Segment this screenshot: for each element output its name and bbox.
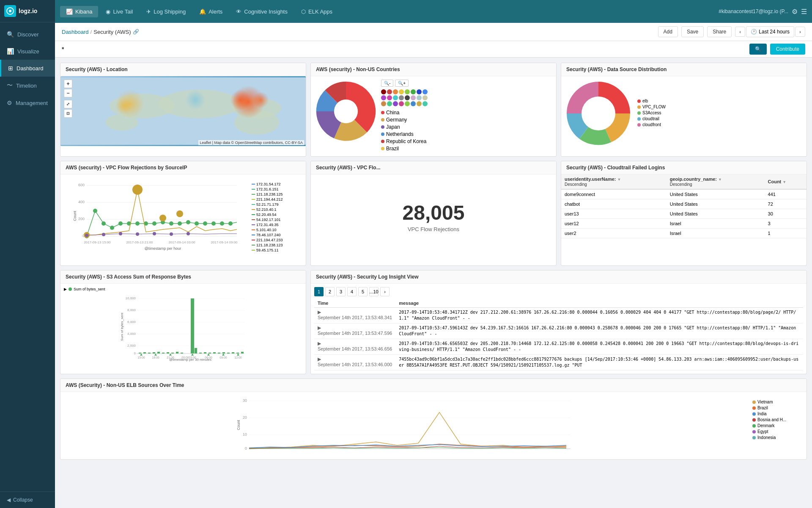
legend-label: Brazil [757,406,768,410]
color-swatch[interactable] [387,89,392,94]
expand-icon[interactable]: ▶ [64,287,67,291]
sort-icon[interactable]: ▼ [782,180,786,184]
search-button[interactable]: 🔍 [749,44,767,55]
color-swatch[interactable] [417,101,422,106]
page-btn-5[interactable]: 5 [358,287,368,296]
discover-icon: 🔍 [7,31,14,38]
color-swatch[interactable] [399,101,404,106]
panel-s3-body: ▶ Sum of bytes_sent 10,000 8,000 6,000 4… [60,284,306,364]
panel-nonus-elb-body: 30 20 10 0 Count [60,392,807,459]
expand-icon-2[interactable]: ▶ [318,341,321,346]
svg-rect-93 [241,352,244,353]
map-zoom-out[interactable]: − [64,89,72,97]
time-navigation: ‹ 🕐 Last 24 hours › [735,26,805,37]
color-swatch[interactable] [422,101,428,106]
page-btn-3[interactable]: 3 [336,287,346,296]
expand-icon-0[interactable]: ▶ [318,309,321,315]
nav-cognitive[interactable]: 👁 Cognitive Insights [230,6,294,17]
nav-logshipping[interactable]: ✈ Log Shipping [140,6,192,17]
map-layers[interactable]: ⊡ [64,109,72,118]
svg-marker-103 [154,353,157,356]
legend-dot [752,400,756,404]
col-time: Time [314,299,395,308]
menu-icon[interactable]: ☰ [801,8,807,16]
color-swatch[interactable] [393,89,398,94]
contribute-button[interactable]: Contribute [770,44,805,55]
page-btn-2[interactable]: 2 [325,287,335,296]
map-fit[interactable]: ⤢ [64,100,72,108]
page-btn-10[interactable]: ...10 [369,287,379,296]
add-button[interactable]: Add [658,26,678,37]
map-container: + − ⤢ ⊡ [60,76,306,146]
color-swatch[interactable] [405,101,410,106]
sidebar: logz.io 🔍 Discover 📊 Visualize ⊞ Dashboa… [0,0,55,508]
legend-item: 221.194.44.212 [252,197,302,202]
time-next-button[interactable]: › [795,27,805,37]
save-button[interactable]: Save [681,26,704,37]
pie-zoom-out[interactable]: 🔍- [381,80,393,87]
color-swatch[interactable] [393,95,398,100]
svg-point-30 [93,209,97,213]
color-swatch[interactable] [381,95,386,100]
color-swatch[interactable] [417,95,422,100]
color-swatch[interactable] [399,95,404,100]
nav-livetail-label: Live Tail [113,8,133,15]
nav-elkapps[interactable]: ⬡ ELK Apps [295,6,338,17]
color-swatch[interactable] [387,95,392,100]
color-swatch[interactable] [411,95,416,100]
color-swatch[interactable] [411,101,416,106]
svg-point-35 [135,221,140,226]
cognitive-icon: 👁 [236,8,241,15]
nav-kibana[interactable]: 📈 Kibana [60,6,98,17]
color-swatch[interactable] [405,89,410,94]
settings-icon[interactable]: ⚙ [792,8,798,16]
legend-label: 172.31.54.172 [256,182,281,186]
sidebar-item-visualize[interactable]: 📊 Visualize [0,43,55,60]
breadcrumb-parent[interactable]: Dashboard [62,29,89,35]
color-swatch[interactable] [405,95,410,100]
donut-legend: elb VPC_FLOW S3Access cloudtrail [637,99,666,128]
time-selector[interactable]: 🕐 Last 24 hours [746,26,794,37]
page-btn-4[interactable]: 4 [347,287,357,296]
svg-point-41 [186,220,190,224]
map-zoom-in[interactable]: + [64,80,72,88]
page-next[interactable]: › [380,287,390,296]
color-swatch[interactable] [381,89,386,94]
expand-icon-1[interactable]: ▶ [318,325,321,330]
color-swatch[interactable] [417,89,422,94]
color-swatch[interactable] [422,95,428,100]
legend-item-china: China [381,110,553,116]
sidebar-item-discover[interactable]: 🔍 Discover [0,26,55,43]
sidebar-item-timelion[interactable]: 〜 Timelion [0,77,55,94]
sort-icon[interactable]: ▼ [718,177,722,182]
color-swatch[interactable] [422,89,428,94]
account-label[interactable]: #kibanacontest17@logz.io (P... [719,8,788,14]
nav-elkapps-label: ELK Apps [308,8,332,15]
collapse-button[interactable]: ◀ Collapse [0,491,55,508]
svg-point-56 [170,232,173,236]
color-swatch[interactable] [411,89,416,94]
share-button[interactable]: Share [707,26,732,37]
page-btn-1[interactable]: 1 [314,287,324,296]
nav-livetail[interactable]: ◉ Live Tail [100,6,139,17]
color-swatch[interactable] [393,101,398,106]
log-time-3: ▶ September 14th 2017, 13:53:46.000 [314,355,395,370]
expand-icon-3[interactable]: ▶ [318,356,321,362]
sidebar-item-management[interactable]: ⚙ Management [0,94,55,111]
color-swatch[interactable] [399,89,404,94]
color-swatch[interactable] [381,101,386,106]
breadcrumb-current: Security (AWS) [93,29,131,35]
s3-legend: ▶ Sum of bytes_sent [64,287,302,291]
svg-point-53 [119,232,122,235]
sidebar-item-label: Management [16,100,48,106]
color-swatch[interactable] [387,101,392,106]
sidebar-item-dashboard[interactable]: ⊞ Dashboard [0,60,55,77]
nav-alerts[interactable]: 🔔 Alerts [193,6,228,17]
log-message-3: 7455bc43ad9c06bf1a5dcd3a1c7a30acfe2ff1bd… [395,355,803,370]
share-icon[interactable]: 🔗 [133,29,139,35]
time-prev-button[interactable]: ‹ [735,27,745,37]
pie-zoom-in[interactable]: 🔍+ [395,80,409,87]
svg-text:6,000: 6,000 [127,320,136,324]
sort-icon[interactable]: ▼ [617,177,621,182]
legend-dot [752,430,756,433]
